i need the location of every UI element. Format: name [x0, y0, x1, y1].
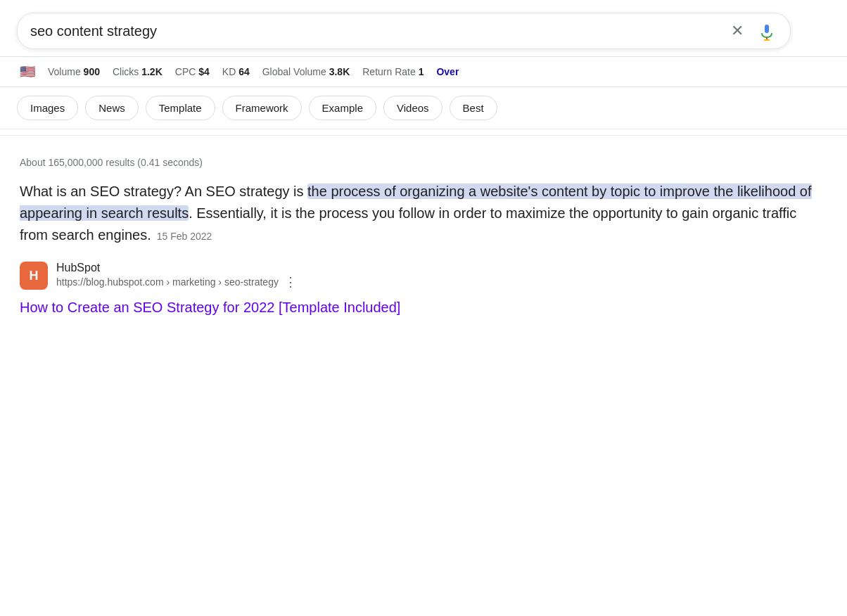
- cpc-label: CPC $4: [175, 66, 210, 77]
- source-info: HubSpot https://blog.hubspot.com › marke…: [56, 262, 297, 290]
- results-count: About 165,000,000 results (0.41 seconds): [20, 157, 827, 168]
- snippet-text-before: What is an SEO strategy? An SEO strategy…: [20, 184, 307, 199]
- clicks-label: Clicks 1.2K: [113, 66, 163, 77]
- chip-template[interactable]: Template: [146, 96, 215, 120]
- source-url: https://blog.hubspot.com › marketing › s…: [56, 276, 279, 288]
- snippet-text: What is an SEO strategy? An SEO strategy…: [20, 181, 822, 246]
- search-bar: ✕: [17, 13, 791, 49]
- source-logo: H: [20, 262, 48, 290]
- divider: [0, 135, 847, 136]
- volume-label: Volume 900: [48, 66, 100, 77]
- source-name: HubSpot: [56, 262, 297, 274]
- chip-example[interactable]: Example: [309, 96, 376, 120]
- search-input[interactable]: [30, 23, 731, 39]
- svg-rect-1: [765, 25, 769, 33]
- chips-row: ImagesNewsTemplateFrameworkExampleVideos…: [0, 87, 847, 129]
- clear-icon[interactable]: ✕: [731, 22, 744, 40]
- overview-link[interactable]: Over: [436, 66, 459, 77]
- source-url-row: https://blog.hubspot.com › marketing › s…: [56, 274, 297, 290]
- chip-videos[interactable]: Videos: [383, 96, 442, 120]
- kd-label: KD 64: [222, 66, 250, 77]
- global-volume-label: Global Volume 3.8K: [262, 66, 350, 77]
- search-bar-container: ✕: [0, 0, 847, 57]
- more-options-icon[interactable]: ⋮: [284, 274, 297, 290]
- stats-row: 🇺🇸 Volume 900 Clicks 1.2K CPC $4 KD 64 G…: [0, 57, 847, 87]
- results-area: About 165,000,000 results (0.41 seconds)…: [0, 146, 847, 327]
- source-row: H HubSpot https://blog.hubspot.com › mar…: [20, 262, 827, 290]
- chip-framework[interactable]: Framework: [222, 96, 302, 120]
- chip-best[interactable]: Best: [450, 96, 497, 120]
- return-rate-label: Return Rate 1: [362, 66, 424, 77]
- source-logo-letter: H: [30, 269, 39, 283]
- flag-icon: 🇺🇸: [20, 64, 35, 79]
- snippet-date: 15 Feb 2022: [157, 231, 212, 242]
- chip-images[interactable]: Images: [17, 96, 78, 120]
- mic-icon[interactable]: [756, 20, 777, 41]
- chip-news[interactable]: News: [85, 96, 139, 120]
- result-link[interactable]: How to Create an SEO Strategy for 2022 […: [20, 300, 400, 315]
